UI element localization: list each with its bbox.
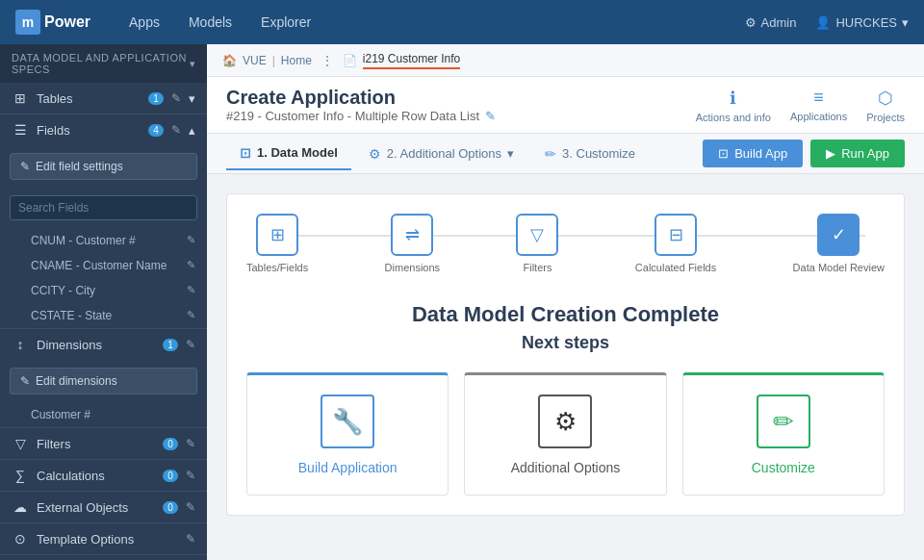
fields-edit-icon[interactable]: ✎ bbox=[171, 123, 181, 137]
filters-icon: ▽ bbox=[12, 436, 29, 451]
field-item-cstate[interactable]: CSTATE - State ✎ bbox=[0, 303, 207, 328]
edit-dimensions-button[interactable]: ✎ Edit dimensions bbox=[10, 368, 197, 395]
sidebar-item-fields[interactable]: ☰ Fields 4 ✎ ▴ bbox=[0, 115, 207, 145]
calculations-label: Calculations bbox=[37, 469, 155, 483]
sidebar-item-template-options[interactable]: ⊙ Template Options ✎ bbox=[0, 523, 207, 554]
sidebar-item-calculations[interactable]: ∑ Calculations 0 ✎ bbox=[0, 460, 207, 491]
edit-field-settings-button[interactable]: ✎ Edit field settings bbox=[10, 153, 197, 180]
build-app-button[interactable]: ⊡ Build App bbox=[703, 140, 803, 167]
customize-card-label: Customize bbox=[752, 460, 815, 475]
breadcrumb-vue[interactable]: VUE bbox=[243, 54, 267, 67]
build-card-label: Build Application bbox=[298, 460, 398, 475]
sidebar-header-label: Data Model and Application Specs bbox=[12, 52, 190, 75]
build-icon: ⊡ bbox=[718, 146, 729, 161]
tab-additional-options[interactable]: ⚙ 2. Additional Options ▾ bbox=[355, 139, 527, 169]
search-fields-input[interactable] bbox=[10, 195, 197, 220]
field-item-cnum[interactable]: CNUM - Customer # ✎ bbox=[0, 228, 207, 253]
field-edit-icon[interactable]: ✎ bbox=[187, 284, 195, 296]
dimension-item-customer[interactable]: Customer # bbox=[0, 402, 207, 427]
home-icon: 🏠 bbox=[222, 54, 237, 67]
projects-button[interactable]: ⬡ Projects bbox=[866, 88, 905, 123]
step-filters-label: Filters bbox=[523, 262, 552, 273]
content-area: 🏠 VUE | Home ⋮ 📄 i219 Customer Info Crea… bbox=[207, 44, 924, 560]
chevron-down-icon: ▾ bbox=[902, 15, 909, 30]
calculations-edit-icon[interactable]: ✎ bbox=[186, 469, 195, 482]
user-icon bbox=[815, 15, 831, 30]
fields-caret-up[interactable]: ▴ bbox=[189, 123, 195, 138]
customize-tab-icon: ✏ bbox=[545, 146, 556, 162]
tab-data-model[interactable]: ⊡ 1. Data Model bbox=[226, 138, 351, 170]
nav-models[interactable]: Models bbox=[189, 14, 232, 30]
sidebar-item-external-objects[interactable]: ☁ External Objects 0 ✎ bbox=[0, 492, 207, 522]
step-calculated-fields-circle: ⊟ bbox=[654, 214, 697, 256]
data-model-tab-label: 1. Data Model bbox=[257, 145, 338, 160]
sidebar-header-caret[interactable]: ▾ bbox=[190, 58, 196, 70]
filters-edit-icon[interactable]: ✎ bbox=[186, 437, 195, 450]
step-filters[interactable]: ▽ Filters bbox=[516, 214, 558, 273]
card-customize[interactable]: ✏ Customize bbox=[682, 372, 885, 496]
toolbar-buttons: ⊡ Build App ▶ Run App bbox=[703, 140, 905, 167]
nav-explorer[interactable]: Explorer bbox=[261, 14, 311, 30]
step-tables-fields[interactable]: ⊞ Tables/Fields bbox=[246, 214, 308, 273]
sidebar-item-dimensions[interactable]: ↕ Dimensions 1 ✎ bbox=[0, 329, 207, 360]
additional-options-caret: ▾ bbox=[507, 146, 514, 161]
card-build-application[interactable]: 🔧 Build Application bbox=[246, 372, 449, 496]
subtitle-edit-icon[interactable]: ✎ bbox=[485, 109, 496, 123]
fields-label: Fields bbox=[37, 123, 141, 138]
applications-button[interactable]: ≡ Applications bbox=[790, 88, 847, 122]
external-objects-label: External Objects bbox=[37, 500, 155, 515]
top-nav-right: Admin HURCKES ▾ bbox=[745, 15, 909, 30]
step-data-model-review[interactable]: ✓ Data Model Review bbox=[793, 214, 885, 273]
tables-caret[interactable]: ▾ bbox=[189, 91, 195, 106]
sidebar-item-filters[interactable]: ▽ Filters 0 ✎ bbox=[0, 428, 207, 459]
field-edit-icon[interactable]: ✎ bbox=[187, 234, 195, 246]
main-content: ⊞ Tables/Fields ⇌ Dimensions ▽ Filters ⊟… bbox=[207, 174, 924, 560]
field-edit-icon[interactable]: ✎ bbox=[187, 309, 195, 321]
toolbar: ⊡ 1. Data Model ⚙ 2. Additional Options … bbox=[207, 134, 924, 174]
tab-icon: 📄 bbox=[343, 54, 357, 67]
tab-customize[interactable]: ✏ 3. Customize bbox=[531, 139, 649, 169]
field-item-cnum-label: CNUM - Customer # bbox=[31, 234, 136, 247]
field-edit-icon[interactable]: ✎ bbox=[187, 259, 195, 271]
customize-tab-label: 3. Customize bbox=[562, 146, 635, 161]
user-label: HURCKES bbox=[835, 15, 897, 30]
logo-power: Power bbox=[44, 13, 90, 31]
additional-options-tab-label: 2. Additional Options bbox=[387, 146, 501, 161]
dimensions-badge: 1 bbox=[163, 339, 178, 351]
step-tables-fields-label: Tables/Fields bbox=[246, 262, 308, 273]
title-section: Create Application #219 - Customer Info … bbox=[226, 87, 496, 123]
actions-and-info[interactable]: ℹ Actions and info bbox=[696, 88, 771, 123]
run-app-button[interactable]: ▶ Run App bbox=[810, 140, 905, 167]
subtitle-text: #219 - Customer Info - Multiple Row Data… bbox=[226, 109, 479, 123]
user-menu[interactable]: HURCKES ▾ bbox=[815, 15, 909, 30]
external-objects-edit-icon[interactable]: ✎ bbox=[186, 500, 195, 514]
sidebar-dimensions-section: ↕ Dimensions 1 ✎ ✎ Edit dimensions Custo… bbox=[0, 329, 207, 428]
build-card-icon: 🔧 bbox=[321, 395, 374, 448]
applications-icon: ≡ bbox=[813, 88, 824, 108]
dimension-item-label: Customer # bbox=[31, 408, 90, 421]
edit-field-settings-label: Edit field settings bbox=[36, 160, 123, 173]
tables-edit-icon[interactable]: ✎ bbox=[171, 91, 181, 105]
field-item-ccity[interactable]: CCITY - City ✎ bbox=[0, 278, 207, 303]
filters-badge: 0 bbox=[163, 438, 178, 450]
breadcrumb-active-tab[interactable]: i219 Customer Info bbox=[363, 52, 460, 69]
logo[interactable]: m Power bbox=[15, 10, 90, 35]
template-options-edit-icon[interactable]: ✎ bbox=[186, 532, 195, 546]
next-steps-title: Next steps bbox=[246, 333, 885, 353]
step-dimensions[interactable]: ⇌ Dimensions bbox=[385, 214, 440, 273]
admin-button[interactable]: Admin bbox=[745, 15, 797, 30]
additional-options-card-icon: ⚙ bbox=[538, 395, 592, 448]
nav-apps[interactable]: Apps bbox=[129, 14, 160, 30]
run-app-label: Run App bbox=[841, 146, 889, 161]
step-calculated-fields[interactable]: ⊟ Calculated Fields bbox=[635, 214, 716, 273]
field-item-cname[interactable]: CNAME - Customer Name ✎ bbox=[0, 253, 207, 278]
top-navigation: m Power Apps Models Explorer Admin HURCK… bbox=[0, 0, 924, 44]
dimensions-edit-icon[interactable]: ✎ bbox=[186, 338, 195, 351]
sidebar-header: Data Model and Application Specs ▾ bbox=[0, 44, 207, 83]
step-filters-circle: ▽ bbox=[516, 214, 558, 256]
run-icon: ▶ bbox=[826, 146, 835, 161]
sidebar-item-tables[interactable]: ⊞ Tables 1 ✎ ▾ bbox=[0, 83, 207, 114]
breadcrumb-home[interactable]: Home bbox=[281, 54, 312, 67]
card-additional-options[interactable]: ⚙ Additional Options bbox=[464, 372, 666, 496]
breadcrumb-dots[interactable]: ⋮ bbox=[318, 54, 337, 67]
